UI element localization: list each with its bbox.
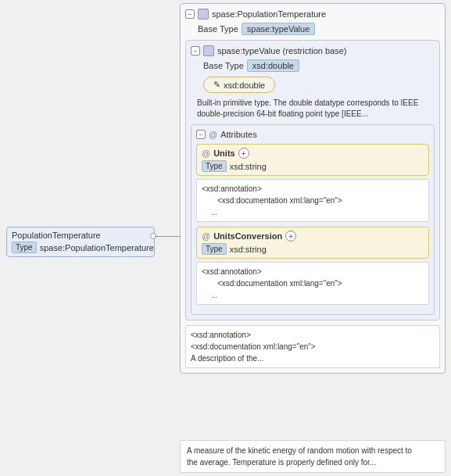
top-collapse-button[interactable]: − bbox=[185, 9, 195, 19]
units-conversion-type-value: xsd:string bbox=[230, 245, 267, 254]
top-section-title: spase:PopulationTemperature bbox=[212, 9, 326, 19]
inner-base-type-row: Base Type xsd:double bbox=[203, 59, 435, 72]
inner-section-title: spase:typeValue (restriction base) bbox=[217, 46, 347, 55]
units-attribute: @ Units + Type xsd:string bbox=[196, 144, 429, 176]
description-text: Built-in primitive type. The double data… bbox=[197, 98, 435, 120]
units-conversion-annotation-nested: <xsd:documentation xml:lang="en"> bbox=[217, 277, 424, 289]
units-type-value: xsd:string bbox=[230, 162, 267, 171]
edit-icon: ✎ bbox=[213, 80, 220, 90]
xsd-double-label: xsd:double bbox=[224, 81, 265, 90]
units-type-label: Type bbox=[202, 160, 227, 172]
bottom-annotation: A measure of the kinetic energy of rando… bbox=[180, 440, 446, 473]
left-node-type-label: Type bbox=[12, 242, 37, 253]
inner-section-header: − spase:typeValue (restriction base) bbox=[191, 45, 435, 56]
inner-base-type-value: xsd:double bbox=[247, 59, 299, 72]
attributes-header: − @ Attributes bbox=[196, 130, 429, 139]
attributes-collapse-button[interactable]: − bbox=[196, 130, 206, 139]
units-name: Units bbox=[213, 149, 235, 158]
units-conversion-type-label: Type bbox=[202, 243, 227, 255]
left-node-title: PopulationTemperature bbox=[12, 231, 149, 240]
attributes-panel: − @ Attributes @ Units + Type bbox=[191, 124, 435, 315]
outer-annotation-nested: <xsd:documentation xml:lang="en"> bbox=[191, 341, 435, 353]
type-icon bbox=[198, 9, 209, 20]
outer-annotation: <xsd:annotation> <xsd:documentation xml:… bbox=[185, 325, 440, 368]
units-conversion-attribute: @ UnitsConversion + Type xsd:string bbox=[196, 227, 429, 259]
outer-annotation-tag: <xsd:annotation> bbox=[191, 329, 435, 341]
units-annotation-tag: <xsd:annotation> bbox=[202, 183, 424, 195]
outer-annotation-content: A description of the... bbox=[191, 353, 435, 364]
bottom-annotation-line2: the average. Temperature is properly def… bbox=[187, 456, 438, 468]
units-name-row: @ Units + bbox=[202, 148, 424, 159]
xsd-double-button[interactable]: ✎ xsd:double bbox=[203, 77, 275, 93]
units-conversion-annotation-ellipsis: ... bbox=[211, 289, 424, 301]
units-conversion-at-symbol: @ bbox=[202, 231, 210, 241]
top-section-header: − spase:PopulationTemperature bbox=[185, 9, 440, 20]
units-conversion-annotation: <xsd:annotation> <xsd:documentation xml:… bbox=[196, 262, 429, 305]
left-node: PopulationTemperature Type spase:Populat… bbox=[6, 227, 155, 257]
units-conversion-plus-button[interactable]: + bbox=[285, 231, 296, 242]
inner-type-icon bbox=[203, 45, 214, 56]
top-base-type-row: Base Type spase:typeValue bbox=[198, 23, 440, 35]
inner-base-type-label: Base Type bbox=[203, 61, 244, 70]
top-base-type-value: spase:typeValue bbox=[242, 23, 316, 35]
bottom-annotation-line1: A measure of the kinetic energy of rando… bbox=[187, 445, 438, 456]
left-node-type-row: Type spase:PopulationTemperature bbox=[12, 242, 149, 253]
units-conversion-annotation-tag: <xsd:annotation> bbox=[202, 266, 424, 277]
main-canvas: PopulationTemperature Type spase:Populat… bbox=[0, 0, 451, 476]
units-annotation-nested: <xsd:documentation xml:lang="en"> bbox=[217, 195, 424, 206]
inner-panel: − spase:typeValue (restriction base) Bas… bbox=[185, 40, 440, 320]
units-conversion-name-row: @ UnitsConversion + bbox=[202, 231, 424, 242]
units-conversion-name: UnitsConversion bbox=[213, 231, 282, 241]
inner-collapse-button[interactable]: − bbox=[191, 46, 200, 55]
attributes-title: Attributes bbox=[220, 130, 256, 139]
main-panel: − spase:PopulationTemperature Base Type … bbox=[180, 3, 446, 374]
left-node-type-value: spase:PopulationTemperature bbox=[40, 243, 154, 252]
units-plus-button[interactable]: + bbox=[238, 148, 249, 159]
units-annotation: <xsd:annotation> <xsd:documentation xml:… bbox=[196, 179, 429, 222]
units-at-symbol: @ bbox=[202, 149, 210, 158]
units-annotation-ellipsis: ... bbox=[211, 206, 424, 218]
top-base-type-label: Base Type bbox=[198, 24, 238, 34]
units-conversion-type-row: Type xsd:string bbox=[202, 243, 424, 255]
attributes-at-symbol: @ bbox=[209, 130, 217, 139]
units-type-row: Type xsd:string bbox=[202, 160, 424, 172]
